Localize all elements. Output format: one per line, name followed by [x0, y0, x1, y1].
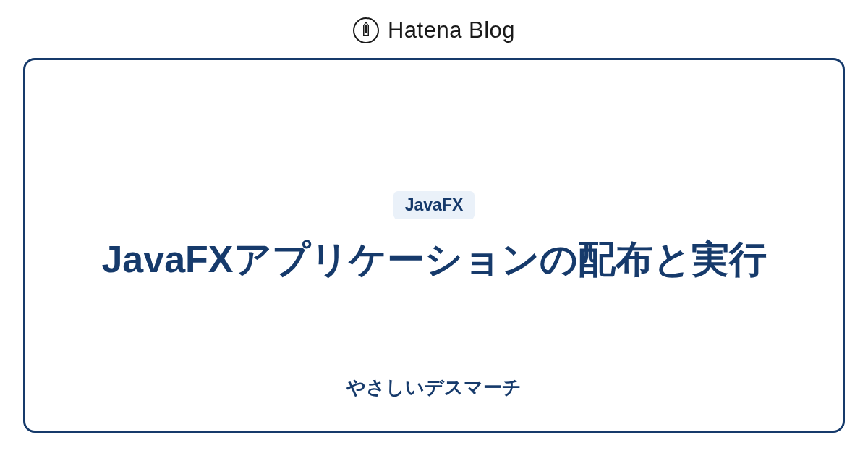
article-card: JavaFX JavaFXアプリケーションの配布と実行 やさしいデスマーチ [23, 58, 845, 433]
article-title: JavaFXアプリケーションの配布と実行 [101, 234, 766, 284]
category-badge: JavaFX [393, 191, 475, 219]
hatena-logo-icon [353, 17, 379, 43]
brand-name: Hatena Blog [388, 17, 515, 43]
site-header: Hatena Blog [0, 0, 868, 58]
blog-name: やさしいデスマーチ [346, 375, 522, 400]
